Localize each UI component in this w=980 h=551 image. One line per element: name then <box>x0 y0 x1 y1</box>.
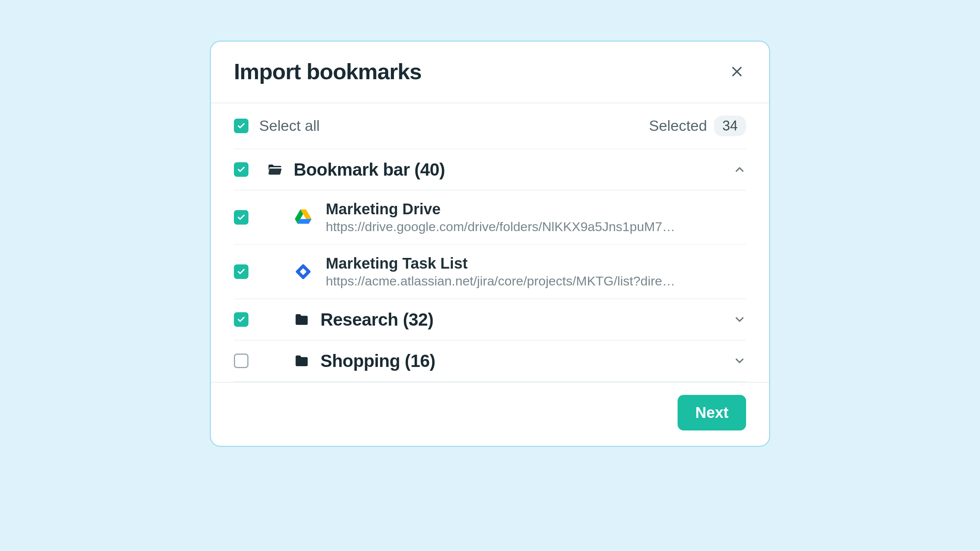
check-icon <box>237 122 245 130</box>
checkbox-marketing-drive[interactable] <box>234 210 248 225</box>
selected-label: Selected <box>649 117 707 134</box>
dialog-footer: Next <box>211 382 769 446</box>
check-icon <box>237 315 245 324</box>
google-drive-icon <box>294 208 313 227</box>
select-all-label: Select all <box>259 117 320 134</box>
bookmark-url: https://acme.atlassian.net/jira/core/pro… <box>326 274 678 289</box>
chevron-down-icon[interactable] <box>733 354 746 367</box>
bookmark-list: Bookmark bar (40) Mark <box>211 148 769 382</box>
folder-row-bookmark-bar[interactable]: Bookmark bar (40) <box>234 148 746 190</box>
close-icon <box>730 65 744 78</box>
folder-label: Bookmark bar (40) <box>294 159 445 180</box>
chevron-down-icon[interactable] <box>733 313 746 326</box>
bookmark-title: Marketing Drive <box>326 201 678 218</box>
checkbox-bookmark-bar[interactable] <box>234 162 248 177</box>
bookmark-row-marketing-tasks[interactable]: Marketing Task List https://acme.atlassi… <box>234 244 746 298</box>
next-button[interactable]: Next <box>678 395 746 430</box>
selected-count-badge: 34 <box>714 116 746 136</box>
close-button[interactable] <box>728 62 746 81</box>
folder-icon <box>294 311 310 328</box>
import-bookmarks-dialog: Import bookmarks Select all Selected 34 <box>210 41 770 447</box>
folder-label: Shopping (16) <box>320 350 435 371</box>
bookmark-row-marketing-drive[interactable]: Marketing Drive https://drive.google.com… <box>234 190 746 244</box>
check-icon <box>237 267 245 276</box>
checkbox-shopping[interactable] <box>234 354 248 368</box>
chevron-up-icon[interactable] <box>733 163 746 176</box>
dialog-header: Import bookmarks <box>211 42 769 103</box>
folder-icon <box>294 353 310 369</box>
folder-label: Research (32) <box>320 309 433 330</box>
checkbox-marketing-tasks[interactable] <box>234 264 248 279</box>
check-icon <box>237 165 245 174</box>
jira-icon <box>294 262 313 281</box>
folder-row-shopping[interactable]: Shopping (16) <box>234 340 746 382</box>
folder-row-research[interactable]: Research (32) <box>234 298 746 340</box>
bookmark-url: https://drive.google.com/drive/folders/N… <box>326 219 678 234</box>
select-all-checkbox[interactable] <box>234 119 248 133</box>
select-all-row: Select all Selected 34 <box>211 103 769 148</box>
dialog-title: Import bookmarks <box>234 59 421 84</box>
check-icon <box>237 213 245 222</box>
folder-open-icon <box>267 161 283 178</box>
checkbox-research[interactable] <box>234 312 248 327</box>
bookmark-title: Marketing Task List <box>326 255 678 272</box>
